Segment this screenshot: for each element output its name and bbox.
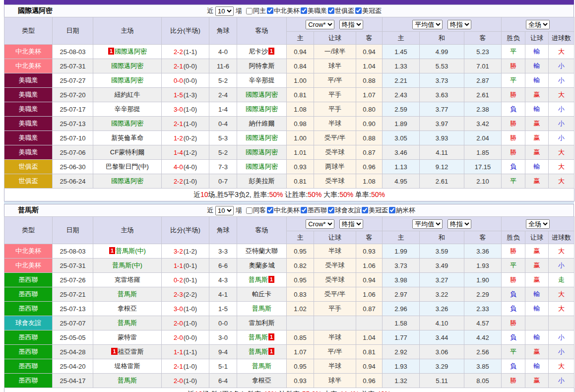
league-checkbox[interactable] bbox=[328, 7, 334, 14]
rows-container: 中北美杯 25-08-03 1國際邁阿密 2-2(1-1) 4-0 尼卡沙1 0… bbox=[4, 45, 575, 189]
away-team-cell[interactable]: 普馬斯1 bbox=[237, 345, 287, 359]
scope-select[interactable]: 全场 bbox=[526, 20, 550, 29]
same-venue-checkbox[interactable] bbox=[246, 207, 253, 214]
league-checkbox[interactable] bbox=[301, 7, 307, 14]
euro-home-odds-cell: 1.13 bbox=[383, 160, 420, 174]
asian-home-odds-cell: 1.02 bbox=[287, 302, 314, 316]
home-team-cell[interactable]: CF蒙特利爾 bbox=[93, 145, 162, 160]
subcol-asian-away: 客 bbox=[356, 231, 383, 244]
euro-source-select[interactable]: 平均值 bbox=[412, 219, 443, 229]
result-outcome-cell: 勝 bbox=[502, 88, 525, 102]
league-filter[interactable]: 墨西聯 bbox=[300, 206, 327, 215]
away-team-cell[interactable]: 普馬斯1 bbox=[237, 273, 287, 287]
home-team-cell[interactable]: 拿根亞 bbox=[93, 302, 162, 316]
score-cell: 3-2(1-2) bbox=[162, 244, 209, 259]
fulltime-score: 4-0 bbox=[174, 163, 183, 171]
away-team-cell[interactable]: 彭美拉斯 bbox=[237, 174, 287, 189]
home-team-cell[interactable]: 蒙特雷 bbox=[93, 330, 162, 345]
euro-time-select[interactable]: 终指 bbox=[447, 219, 471, 229]
league-filter[interactable]: 世俱盃 bbox=[327, 6, 354, 15]
home-team-cell[interactable]: 普馬斯(中) bbox=[93, 259, 162, 273]
league-filter[interactable]: 中北美杯 bbox=[266, 206, 300, 215]
away-team-cell[interactable]: 普馬斯 bbox=[237, 359, 287, 374]
away-team-cell[interactable]: 拿根亞 bbox=[237, 374, 287, 388]
home-team-cell[interactable]: 普馬斯 bbox=[93, 316, 162, 330]
away-team-cell[interactable]: 帕丘卡 bbox=[237, 287, 287, 302]
home-team-cell[interactable]: 國際邁阿密 bbox=[93, 59, 162, 73]
asian-source-select[interactable]: Crow* bbox=[306, 219, 334, 229]
league-filter[interactable]: 球會友誼 bbox=[327, 206, 361, 215]
league-filter[interactable]: 納米杯 bbox=[388, 206, 415, 215]
result-handicap-cell: 輸 bbox=[525, 102, 549, 117]
league-checkbox[interactable] bbox=[362, 207, 368, 213]
same-venue-checkbox-wrap[interactable]: 同主 bbox=[244, 6, 266, 15]
asian-home-odds-cell: 1.00 bbox=[287, 131, 314, 145]
home-team-cell[interactable]: 普馬斯 bbox=[93, 374, 162, 388]
date-cell: 25-06-30 bbox=[53, 160, 93, 174]
home-team-cell[interactable]: 克雷塔羅 bbox=[93, 273, 162, 287]
league-filter[interactable]: 美冠盃 bbox=[361, 206, 388, 215]
league-filter[interactable]: 美職業 bbox=[300, 6, 327, 15]
away-team-cell[interactable]: 亞特蘭大聯 bbox=[237, 244, 287, 259]
asian-away-odds-cell: 1.04 bbox=[356, 330, 383, 345]
same-venue-checkbox-wrap[interactable]: 同客 bbox=[244, 206, 266, 215]
away-team-cell[interactable]: 普馬斯1 bbox=[237, 330, 287, 345]
away-team-cell[interactable]: 納什維爾 bbox=[237, 117, 287, 131]
home-team-cell[interactable]: 巴黎聖日門(中) bbox=[93, 160, 162, 174]
home-team-cell[interactable]: 1祖亞雷斯 bbox=[93, 345, 162, 359]
home-team-cell[interactable]: 1普馬斯(中) bbox=[93, 244, 162, 259]
away-team-cell[interactable]: 國際邁阿密 bbox=[237, 145, 287, 160]
home-team-cell[interactable]: 1國際邁阿密 bbox=[93, 45, 162, 59]
home-team-cell[interactable]: 新英倫革命 bbox=[93, 131, 162, 145]
euro-time-select[interactable]: 终指 bbox=[447, 20, 471, 29]
away-team-cell[interactable]: 奧蘭多城 bbox=[237, 259, 287, 273]
away-team-cell[interactable]: 國際邁阿密 bbox=[237, 160, 287, 174]
result-goals-cell: 大 bbox=[549, 359, 575, 374]
summary-stat-value: 50% bbox=[308, 191, 321, 198]
asian-away-odds-cell: 0.90 bbox=[356, 117, 383, 131]
away-team-cell[interactable]: 國際邁阿密 bbox=[237, 131, 287, 145]
away-team-cell[interactable]: 阿特拿斯 bbox=[237, 59, 287, 73]
team-name: 國際邁阿密 bbox=[246, 148, 278, 156]
col-header-away: 客场 bbox=[237, 17, 287, 45]
away-team-cell[interactable]: 尼卡沙1 bbox=[237, 45, 287, 59]
home-team-cell[interactable]: 普馬斯 bbox=[93, 287, 162, 302]
league-checkbox[interactable] bbox=[355, 7, 362, 14]
league-filter[interactable]: 中北美杯 bbox=[266, 6, 300, 15]
euro-away-odds-cell: 2.87 bbox=[464, 73, 502, 88]
home-team-cell[interactable]: 辛辛那提 bbox=[93, 102, 162, 117]
summary-text: 近 bbox=[188, 390, 194, 392]
league-filter[interactable]: 美冠盃 bbox=[354, 6, 382, 15]
competition-cell: 墨西聯 bbox=[4, 302, 53, 316]
home-team-cell[interactable]: 紐約紅牛 bbox=[93, 88, 162, 102]
same-venue-checkbox[interactable] bbox=[246, 8, 253, 14]
euro-source-select[interactable]: 平均值 bbox=[412, 20, 443, 29]
league-checkbox[interactable] bbox=[267, 207, 273, 213]
away-team-cell[interactable]: 國際邁阿密 bbox=[237, 102, 287, 117]
euro-home-odds-cell: 3.73 bbox=[383, 259, 420, 273]
away-team-cell[interactable]: 國際邁阿密 bbox=[237, 88, 287, 102]
asian-time-select[interactable]: 终指 bbox=[339, 20, 363, 29]
summary-text: 大率: bbox=[321, 390, 339, 392]
halftime-score: (1-2) bbox=[184, 248, 197, 255]
away-team-cell[interactable]: 普馬斯 bbox=[237, 302, 287, 316]
asian-handicap-cell: 平/半 bbox=[314, 345, 356, 359]
asian-source-select[interactable]: Crow* bbox=[306, 20, 334, 29]
league-checkbox[interactable] bbox=[389, 207, 395, 213]
home-team-cell[interactable]: 堤格雷斯 bbox=[93, 359, 162, 374]
asian-time-select[interactable]: 终指 bbox=[339, 219, 363, 229]
corner-cell: 11-6 bbox=[209, 59, 237, 73]
away-team-cell[interactable]: 雷加利斯 bbox=[237, 316, 287, 330]
home-team-cell[interactable]: 國際邁阿密 bbox=[93, 117, 162, 131]
league-checkbox[interactable] bbox=[301, 207, 307, 213]
recent-count-select[interactable]: 10 bbox=[215, 6, 234, 16]
league-checkbox[interactable] bbox=[328, 207, 334, 213]
home-team-cell[interactable]: 國際邁阿密 bbox=[93, 174, 162, 189]
scope-select[interactable]: 全场 bbox=[526, 219, 550, 229]
recent-count-select[interactable]: 10 bbox=[215, 206, 234, 215]
home-team-cell[interactable]: 國際邁阿密 bbox=[93, 73, 162, 88]
halftime-score: (1-0) bbox=[184, 377, 197, 385]
away-team-cell[interactable]: 辛辛那提 bbox=[237, 73, 287, 88]
league-checkbox[interactable] bbox=[267, 7, 273, 14]
result-outcome-cell: 平 bbox=[502, 73, 525, 88]
